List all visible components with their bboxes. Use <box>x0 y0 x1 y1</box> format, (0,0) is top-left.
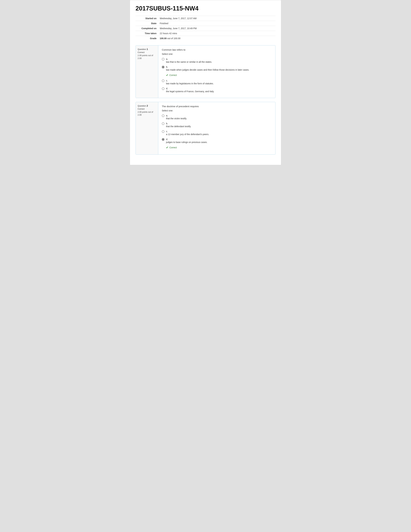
answer-text-q1-2: law made by legislatures in the form of … <box>166 82 214 85</box>
answer-body-q1-2: c. law made by legislatures in the form … <box>166 79 214 85</box>
answer-letter-q1-2: c. <box>166 79 214 82</box>
question-sidebar-1: Question 1 Correct 2.00 points out of 2.… <box>136 46 158 98</box>
grade-label: Grade <box>136 36 158 41</box>
radio-q2-2 <box>162 130 164 133</box>
answer-text-q1-0: law that is the same or similar in all t… <box>166 61 212 63</box>
question-text-1: Common law refers to <box>162 48 272 51</box>
answer-option-q1-0: a. law that is the same or similar in al… <box>162 57 272 63</box>
correct-mark-q2-opt3: ✔ Correct <box>166 146 272 149</box>
radio-q1-0 <box>162 58 164 60</box>
info-row-completed: Completed on Wednesday, June 7, 2017, 10… <box>136 26 275 31</box>
answer-text-q2-2: a 12-member jury of the defendant's peer… <box>166 133 209 136</box>
answer-option-wrapper-q1-1: b. law made when judges decide cases and… <box>162 66 272 77</box>
answer-option-wrapper-q2-3: d. judges to base rulings on previous ca… <box>162 138 272 149</box>
info-row-started: Started on Wednesday, June 7, 2017, 12:0… <box>136 16 275 21</box>
info-row-state: State Finished <box>136 21 275 26</box>
question-content-2: The doctrine of precedent requires Selec… <box>158 102 275 154</box>
answer-option-wrapper-q2-1: b. that the defendant testify. <box>162 122 272 128</box>
question-text-2: The doctrine of precedent requires <box>162 105 272 108</box>
answer-letter-q2-2: c. <box>166 130 209 133</box>
question-number-1: Question 1 <box>138 48 156 50</box>
answer-body-q2-0: a. that the victim testify. <box>166 114 187 120</box>
question-content-1: Common law refers to Select one: a. law … <box>158 46 275 98</box>
question-number-2: Question 2 <box>138 104 156 107</box>
grade-value: 100.00 out of 100.00 <box>158 36 275 41</box>
answer-option-wrapper-q1-2: c. law made by legislatures in the form … <box>162 79 272 85</box>
answer-option-q1-2: c. law made by legislatures in the form … <box>162 79 272 85</box>
answer-option-wrapper-q2-2: c. a 12-member jury of the defendant's p… <box>162 130 272 136</box>
correct-label: Correct <box>169 146 177 149</box>
answer-letter-q2-1: b. <box>166 122 191 125</box>
questions-container: Question 1 Correct 2.00 points out of 2.… <box>136 45 275 155</box>
select-one-1: Select one: <box>162 53 272 55</box>
answer-body-q2-2: c. a 12-member jury of the defendant's p… <box>166 130 209 136</box>
answer-option-q1-3: d. the legal systems of France, Germany,… <box>162 87 272 93</box>
answer-option-q1-1: b. law made when judges decide cases and… <box>162 66 272 71</box>
time-taken-value: 22 hours 42 mins <box>158 31 275 36</box>
state-label: State <box>136 21 158 26</box>
answer-letter-q1-1: b. <box>166 66 249 68</box>
info-row-time: Time taken 22 hours 42 mins <box>136 31 275 36</box>
radio-q2-3 <box>162 138 164 141</box>
answer-body-q2-3: d. judges to base rulings on previous ca… <box>166 138 207 143</box>
question-points-1: 2.00 points out of 2.00 <box>138 54 156 60</box>
select-one-2: Select one: <box>162 109 272 112</box>
answer-option-wrapper-q2-0: a. that the victim testify. <box>162 114 272 120</box>
question-status-1: Correct <box>138 51 156 54</box>
question-status-2: Correct <box>138 108 156 110</box>
answer-text-q2-1: that the defendant testify. <box>166 125 191 128</box>
answer-body-q1-3: d. the legal systems of France, Germany,… <box>166 87 214 93</box>
started-on-value: Wednesday, June 7, 2017, 12:07 AM <box>158 16 275 21</box>
question-block-1: Question 1 Correct 2.00 points out of 2.… <box>136 45 275 98</box>
answer-body-q2-1: b. that the defendant testify. <box>166 122 191 128</box>
radio-q1-3 <box>162 87 164 90</box>
answer-letter-q1-3: d. <box>166 87 214 90</box>
correct-label: Correct <box>169 74 177 76</box>
state-value: Finished <box>158 21 275 26</box>
answer-letter-q2-3: d. <box>166 138 207 141</box>
completed-on-value: Wednesday, June 7, 2017, 10:49 PM <box>158 26 275 31</box>
answer-letter-q1-0: a. <box>166 57 212 60</box>
page-container: 2017SUBUS-115-NW4 Started on Wednesday, … <box>130 0 281 165</box>
answer-option-q2-1: b. that the defendant testify. <box>162 122 272 128</box>
answer-option-wrapper-q1-3: d. the legal systems of France, Germany,… <box>162 87 272 93</box>
info-table: Started on Wednesday, June 7, 2017, 12:0… <box>136 16 275 41</box>
answer-text-q1-3: the legal systems of France, Germany, an… <box>166 90 214 93</box>
answer-body-q1-0: a. law that is the same or similar in al… <box>166 57 212 63</box>
completed-on-label: Completed on <box>136 26 158 31</box>
radio-q1-1 <box>162 66 164 68</box>
grade-number: 100.00 <box>160 37 167 40</box>
radio-q1-2 <box>162 79 164 82</box>
question-points-2: 2.00 points out of 2.00 <box>138 111 156 116</box>
checkmark-icon: ✔ <box>166 73 168 77</box>
question-block-2: Question 2 Correct 2.00 points out of 2.… <box>136 102 275 155</box>
answer-body-q1-1: b. law made when judges decide cases and… <box>166 66 249 71</box>
time-taken-label: Time taken <box>136 31 158 36</box>
started-on-label: Started on <box>136 16 158 21</box>
grade-suffix: out of 100.00 <box>167 37 180 40</box>
answer-option-q2-2: c. a 12-member jury of the defendant's p… <box>162 130 272 136</box>
answer-text-q2-0: that the victim testify. <box>166 117 187 120</box>
answer-option-q2-0: a. that the victim testify. <box>162 114 272 120</box>
quiz-title: 2017SUBUS-115-NW4 <box>136 5 275 12</box>
answer-letter-q2-0: a. <box>166 114 187 117</box>
question-sidebar-2: Question 2 Correct 2.00 points out of 2.… <box>136 102 158 154</box>
radio-q2-1 <box>162 122 164 125</box>
answer-option-q2-3: d. judges to base rulings on previous ca… <box>162 138 272 143</box>
correct-mark-q1-opt1: ✔ Correct <box>166 73 272 77</box>
answer-text-q2-3: judges to base rulings on previous cases… <box>166 141 207 143</box>
checkmark-icon: ✔ <box>166 146 168 149</box>
info-row-grade: Grade 100.00 out of 100.00 <box>136 36 275 41</box>
answer-option-wrapper-q1-0: a. law that is the same or similar in al… <box>162 57 272 63</box>
radio-q2-0 <box>162 114 164 117</box>
answer-text-q1-1: law made when judges decide cases and th… <box>166 68 249 71</box>
